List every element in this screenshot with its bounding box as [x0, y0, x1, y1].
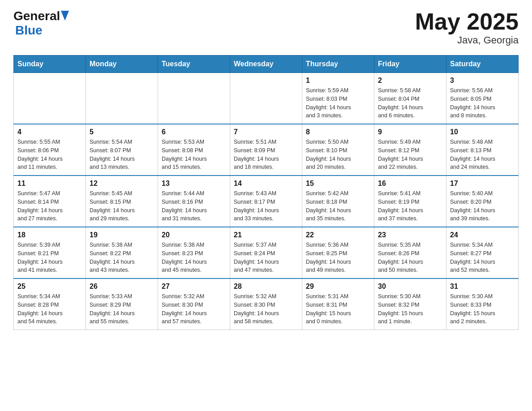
day-info: Sunrise: 5:53 AM Sunset: 8:08 PM Dayligh… [162, 138, 226, 171]
calendar-cell: 29Sunrise: 5:31 AM Sunset: 8:31 PM Dayli… [302, 278, 374, 330]
day-info: Sunrise: 5:42 AM Sunset: 8:18 PM Dayligh… [306, 189, 370, 223]
day-number: 18 [17, 231, 82, 239]
calendar-cell: 20Sunrise: 5:38 AM Sunset: 8:23 PM Dayli… [158, 227, 230, 278]
logo-triangle-icon [61, 11, 69, 21]
calendar-cell: 4Sunrise: 5:55 AM Sunset: 8:06 PM Daylig… [14, 124, 86, 176]
calendar-cell: 19Sunrise: 5:38 AM Sunset: 8:22 PM Dayli… [86, 227, 158, 278]
column-header-sunday: Sunday [14, 56, 86, 73]
day-number: 19 [90, 231, 154, 239]
day-info: Sunrise: 5:32 AM Sunset: 8:30 PM Dayligh… [234, 292, 298, 326]
calendar-week-row: 18Sunrise: 5:39 AM Sunset: 8:21 PM Dayli… [14, 227, 519, 278]
calendar-cell: 17Sunrise: 5:40 AM Sunset: 8:20 PM Dayli… [446, 176, 519, 227]
column-header-saturday: Saturday [446, 56, 519, 73]
calendar-cell: 2Sunrise: 5:58 AM Sunset: 8:04 PM Daylig… [374, 73, 446, 124]
logo: General Blue [13, 9, 69, 38]
day-number: 28 [234, 283, 298, 291]
day-info: Sunrise: 5:56 AM Sunset: 8:05 PM Dayligh… [450, 86, 515, 120]
day-info: Sunrise: 5:35 AM Sunset: 8:26 PM Dayligh… [378, 241, 442, 274]
day-number: 15 [306, 180, 370, 188]
day-number: 22 [306, 231, 370, 239]
day-number: 9 [378, 128, 442, 136]
day-info: Sunrise: 5:38 AM Sunset: 8:23 PM Dayligh… [162, 241, 226, 274]
day-number: 10 [450, 128, 515, 136]
calendar-cell: 11Sunrise: 5:47 AM Sunset: 8:14 PM Dayli… [14, 176, 86, 227]
calendar-cell: 12Sunrise: 5:45 AM Sunset: 8:15 PM Dayli… [86, 176, 158, 227]
location-label: Java, Georgia [415, 34, 519, 46]
calendar-cell: 15Sunrise: 5:42 AM Sunset: 8:18 PM Dayli… [302, 176, 374, 227]
calendar-cell: 13Sunrise: 5:44 AM Sunset: 8:16 PM Dayli… [158, 176, 230, 227]
calendar-cell: 9Sunrise: 5:49 AM Sunset: 8:12 PM Daylig… [374, 124, 446, 176]
calendar-cell [230, 73, 302, 124]
column-header-thursday: Thursday [302, 56, 374, 73]
calendar-cell: 10Sunrise: 5:48 AM Sunset: 8:13 PM Dayli… [446, 124, 519, 176]
title-block: May 2025 Java, Georgia [415, 9, 519, 46]
day-info: Sunrise: 5:38 AM Sunset: 8:22 PM Dayligh… [90, 241, 154, 274]
day-info: Sunrise: 5:41 AM Sunset: 8:19 PM Dayligh… [378, 189, 442, 223]
column-header-wednesday: Wednesday [230, 56, 302, 73]
page-header: General Blue May 2025 Java, Georgia [13, 9, 519, 46]
calendar-cell: 25Sunrise: 5:34 AM Sunset: 8:28 PM Dayli… [14, 278, 86, 330]
day-number: 4 [17, 128, 82, 136]
day-number: 8 [306, 128, 370, 136]
calendar-cell: 7Sunrise: 5:51 AM Sunset: 8:09 PM Daylig… [230, 124, 302, 176]
day-number: 23 [378, 231, 442, 239]
day-info: Sunrise: 5:30 AM Sunset: 8:33 PM Dayligh… [450, 292, 515, 326]
day-info: Sunrise: 5:44 AM Sunset: 8:16 PM Dayligh… [162, 189, 226, 223]
calendar-cell: 6Sunrise: 5:53 AM Sunset: 8:08 PM Daylig… [158, 124, 230, 176]
day-number: 1 [306, 77, 370, 85]
day-number: 20 [162, 231, 226, 239]
calendar-cell: 22Sunrise: 5:36 AM Sunset: 8:25 PM Dayli… [302, 227, 374, 278]
calendar-cell: 14Sunrise: 5:43 AM Sunset: 8:17 PM Dayli… [230, 176, 302, 227]
day-info: Sunrise: 5:48 AM Sunset: 8:13 PM Dayligh… [450, 138, 515, 171]
day-number: 27 [162, 283, 226, 291]
calendar-cell: 28Sunrise: 5:32 AM Sunset: 8:30 PM Dayli… [230, 278, 302, 330]
day-number: 30 [378, 283, 442, 291]
day-info: Sunrise: 5:55 AM Sunset: 8:06 PM Dayligh… [17, 138, 82, 171]
calendar-header-row: SundayMondayTuesdayWednesdayThursdayFrid… [14, 56, 519, 73]
calendar-week-row: 1Sunrise: 5:59 AM Sunset: 8:03 PM Daylig… [14, 73, 519, 124]
column-header-monday: Monday [86, 56, 158, 73]
day-info: Sunrise: 5:47 AM Sunset: 8:14 PM Dayligh… [17, 189, 82, 223]
calendar-cell: 23Sunrise: 5:35 AM Sunset: 8:26 PM Dayli… [374, 227, 446, 278]
calendar-table: SundayMondayTuesdayWednesdayThursdayFrid… [13, 55, 519, 330]
day-info: Sunrise: 5:58 AM Sunset: 8:04 PM Dayligh… [378, 86, 442, 120]
day-info: Sunrise: 5:49 AM Sunset: 8:12 PM Dayligh… [378, 138, 442, 171]
day-info: Sunrise: 5:45 AM Sunset: 8:15 PM Dayligh… [90, 189, 154, 223]
day-info: Sunrise: 5:30 AM Sunset: 8:32 PM Dayligh… [378, 292, 442, 326]
calendar-cell: 21Sunrise: 5:37 AM Sunset: 8:24 PM Dayli… [230, 227, 302, 278]
day-number: 25 [17, 283, 82, 291]
day-number: 21 [234, 231, 298, 239]
day-number: 16 [378, 180, 442, 188]
calendar-week-row: 25Sunrise: 5:34 AM Sunset: 8:28 PM Dayli… [14, 278, 519, 330]
day-info: Sunrise: 5:34 AM Sunset: 8:27 PM Dayligh… [450, 241, 515, 274]
day-info: Sunrise: 5:59 AM Sunset: 8:03 PM Dayligh… [306, 86, 370, 120]
day-number: 6 [162, 128, 226, 136]
calendar-cell: 18Sunrise: 5:39 AM Sunset: 8:21 PM Dayli… [14, 227, 86, 278]
calendar-week-row: 4Sunrise: 5:55 AM Sunset: 8:06 PM Daylig… [14, 124, 519, 176]
day-number: 14 [234, 180, 298, 188]
day-info: Sunrise: 5:40 AM Sunset: 8:20 PM Dayligh… [450, 189, 515, 223]
day-info: Sunrise: 5:31 AM Sunset: 8:31 PM Dayligh… [306, 292, 370, 326]
day-number: 7 [234, 128, 298, 136]
day-info: Sunrise: 5:32 AM Sunset: 8:30 PM Dayligh… [162, 292, 226, 326]
month-year-title: May 2025 [415, 9, 519, 34]
calendar-cell: 26Sunrise: 5:33 AM Sunset: 8:29 PM Dayli… [86, 278, 158, 330]
day-info: Sunrise: 5:36 AM Sunset: 8:25 PM Dayligh… [306, 241, 370, 274]
day-info: Sunrise: 5:51 AM Sunset: 8:09 PM Dayligh… [234, 138, 298, 171]
calendar-cell [158, 73, 230, 124]
day-info: Sunrise: 5:33 AM Sunset: 8:29 PM Dayligh… [90, 292, 154, 326]
day-number: 13 [162, 180, 226, 188]
day-info: Sunrise: 5:50 AM Sunset: 8:10 PM Dayligh… [306, 138, 370, 171]
day-info: Sunrise: 5:37 AM Sunset: 8:24 PM Dayligh… [234, 241, 298, 274]
day-number: 24 [450, 231, 515, 239]
calendar-cell: 27Sunrise: 5:32 AM Sunset: 8:30 PM Dayli… [158, 278, 230, 330]
calendar-cell: 24Sunrise: 5:34 AM Sunset: 8:27 PM Dayli… [446, 227, 519, 278]
column-header-tuesday: Tuesday [158, 56, 230, 73]
calendar-cell: 1Sunrise: 5:59 AM Sunset: 8:03 PM Daylig… [302, 73, 374, 124]
day-number: 26 [90, 283, 154, 291]
calendar-cell: 31Sunrise: 5:30 AM Sunset: 8:33 PM Dayli… [446, 278, 519, 330]
calendar-cell [86, 73, 158, 124]
calendar-cell: 16Sunrise: 5:41 AM Sunset: 8:19 PM Dayli… [374, 176, 446, 227]
day-number: 11 [17, 180, 82, 188]
logo-blue-text: Blue [15, 23, 43, 37]
